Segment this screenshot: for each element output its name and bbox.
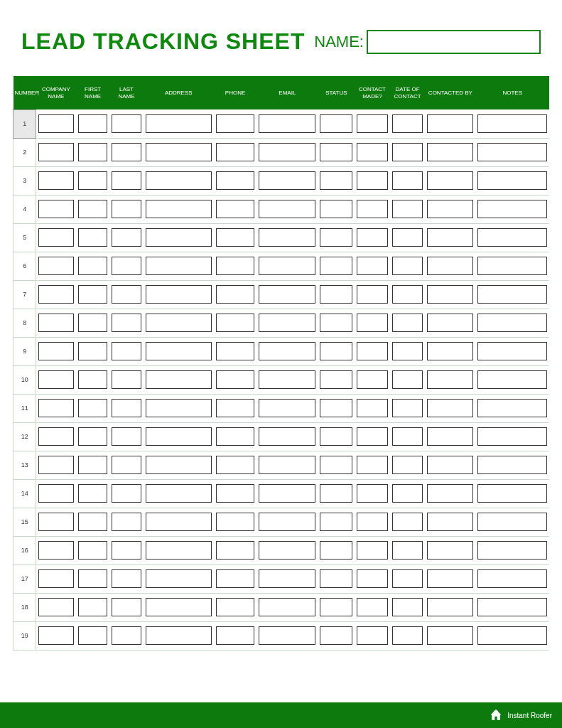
input-address[interactable]: [146, 342, 212, 360]
input-contacted_by[interactable]: [427, 143, 473, 161]
input-contact_made[interactable]: [357, 598, 388, 616]
input-last[interactable]: [112, 257, 141, 275]
input-email[interactable]: [259, 399, 315, 417]
input-status[interactable]: [320, 314, 352, 332]
input-email[interactable]: [259, 598, 315, 616]
input-contacted_by[interactable]: [427, 569, 473, 588]
input-company[interactable]: [38, 143, 74, 161]
input-status[interactable]: [320, 484, 352, 503]
input-last[interactable]: [112, 314, 141, 332]
input-email[interactable]: [259, 171, 315, 190]
input-contacted_by[interactable]: [427, 228, 473, 247]
input-contacted_by[interactable]: [427, 484, 473, 503]
input-last[interactable]: [112, 541, 141, 560]
input-contact_made[interactable]: [357, 228, 388, 247]
input-notes[interactable]: [477, 513, 547, 531]
input-first[interactable]: [78, 399, 107, 417]
input-last[interactable]: [112, 399, 141, 417]
input-company[interactable]: [38, 228, 74, 247]
input-company[interactable]: [38, 171, 74, 190]
input-phone[interactable]: [216, 541, 254, 560]
input-contact_made[interactable]: [357, 427, 388, 446]
input-email[interactable]: [259, 456, 315, 474]
input-date_of_contact[interactable]: [392, 484, 423, 503]
input-company[interactable]: [38, 342, 74, 360]
input-contacted_by[interactable]: [427, 399, 473, 417]
input-date_of_contact[interactable]: [392, 456, 423, 474]
input-phone[interactable]: [216, 513, 254, 531]
input-address[interactable]: [146, 370, 212, 389]
input-company[interactable]: [38, 114, 74, 133]
input-company[interactable]: [38, 541, 74, 560]
input-contact_made[interactable]: [357, 456, 388, 474]
input-phone[interactable]: [216, 484, 254, 503]
input-company[interactable]: [38, 370, 74, 389]
input-address[interactable]: [146, 171, 212, 190]
input-notes[interactable]: [477, 569, 547, 588]
input-email[interactable]: [259, 314, 315, 332]
input-first[interactable]: [78, 427, 107, 446]
input-company[interactable]: [38, 456, 74, 474]
input-company[interactable]: [38, 427, 74, 446]
input-contacted_by[interactable]: [427, 171, 473, 190]
input-notes[interactable]: [477, 399, 547, 417]
input-date_of_contact[interactable]: [392, 513, 423, 531]
input-date_of_contact[interactable]: [392, 427, 423, 446]
input-address[interactable]: [146, 200, 212, 218]
input-first[interactable]: [78, 342, 107, 360]
input-email[interactable]: [259, 143, 315, 161]
input-first[interactable]: [78, 484, 107, 503]
input-contacted_by[interactable]: [427, 427, 473, 446]
input-last[interactable]: [112, 143, 141, 161]
input-email[interactable]: [259, 200, 315, 218]
input-company[interactable]: [38, 513, 74, 531]
input-address[interactable]: [146, 513, 212, 531]
input-contacted_by[interactable]: [427, 257, 473, 275]
input-last[interactable]: [112, 569, 141, 588]
input-first[interactable]: [78, 285, 107, 304]
input-email[interactable]: [259, 228, 315, 247]
input-address[interactable]: [146, 427, 212, 446]
input-last[interactable]: [112, 513, 141, 531]
input-first[interactable]: [78, 370, 107, 389]
input-address[interactable]: [146, 569, 212, 588]
input-status[interactable]: [320, 370, 352, 389]
input-notes[interactable]: [477, 342, 547, 360]
input-contact_made[interactable]: [357, 484, 388, 503]
input-contacted_by[interactable]: [427, 200, 473, 218]
input-phone[interactable]: [216, 626, 254, 645]
input-last[interactable]: [112, 171, 141, 190]
input-notes[interactable]: [477, 285, 547, 304]
input-notes[interactable]: [477, 598, 547, 616]
input-contact_made[interactable]: [357, 171, 388, 190]
input-notes[interactable]: [477, 114, 547, 133]
input-address[interactable]: [146, 114, 212, 133]
input-phone[interactable]: [216, 370, 254, 389]
input-contact_made[interactable]: [357, 569, 388, 588]
input-status[interactable]: [320, 257, 352, 275]
input-date_of_contact[interactable]: [392, 114, 423, 133]
input-first[interactable]: [78, 513, 107, 531]
input-address[interactable]: [146, 626, 212, 645]
input-company[interactable]: [38, 200, 74, 218]
input-first[interactable]: [78, 257, 107, 275]
input-first[interactable]: [78, 114, 107, 133]
input-contacted_by[interactable]: [427, 626, 473, 645]
input-phone[interactable]: [216, 143, 254, 161]
input-notes[interactable]: [477, 484, 547, 503]
input-phone[interactable]: [216, 285, 254, 304]
input-date_of_contact[interactable]: [392, 143, 423, 161]
input-contact_made[interactable]: [357, 114, 388, 133]
input-date_of_contact[interactable]: [392, 399, 423, 417]
input-phone[interactable]: [216, 257, 254, 275]
input-last[interactable]: [112, 626, 141, 645]
input-date_of_contact[interactable]: [392, 626, 423, 645]
input-date_of_contact[interactable]: [392, 228, 423, 247]
input-date_of_contact[interactable]: [392, 257, 423, 275]
input-status[interactable]: [320, 598, 352, 616]
input-first[interactable]: [78, 456, 107, 474]
input-last[interactable]: [112, 427, 141, 446]
input-contact_made[interactable]: [357, 541, 388, 560]
name-input[interactable]: [367, 30, 541, 54]
input-contacted_by[interactable]: [427, 513, 473, 531]
